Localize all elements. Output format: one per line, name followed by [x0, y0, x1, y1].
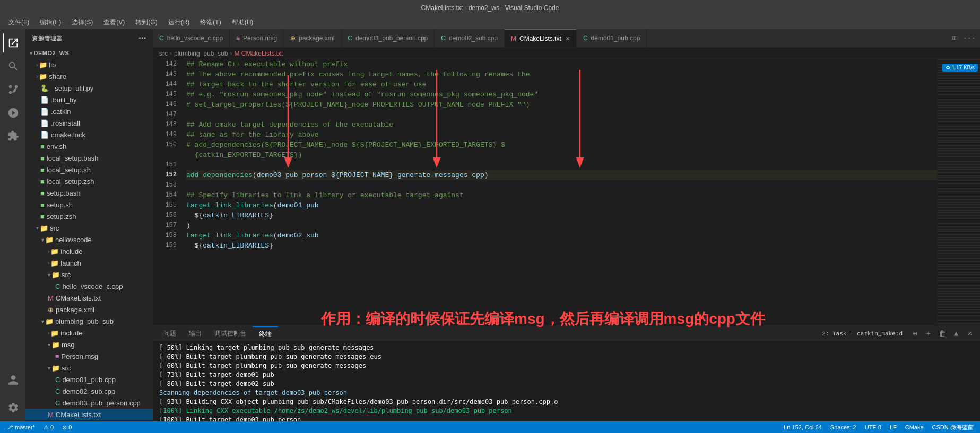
tree-demo03-pub-person-cpp[interactable]: C demo03_pub_person.cpp — [25, 397, 153, 409]
tree-setup-zsh[interactable]: ■ setup.zsh — [25, 210, 153, 222]
tree-setup-sh[interactable]: ■ setup.sh — [25, 199, 153, 210]
panel-tab-terminal[interactable]: 终端 — [253, 326, 278, 341]
terminal-line-linking: [100%] Linking CXX executable /home/zs/d… — [159, 407, 974, 416]
minimap[interactable]: ♻ 1.17 KB/s — [938, 59, 980, 326]
panel-tab-debug[interactable]: 调试控制台 — [208, 326, 253, 341]
status-cursor[interactable]: Ln 152, Col 64 — [782, 423, 824, 431]
code-line-149: ## same as for the library above — [186, 130, 938, 140]
tab-demo02[interactable]: C demo02_sub.cpp — [435, 29, 505, 47]
breadcrumb-cmake[interactable]: M CMakeLists.txt — [234, 50, 283, 57]
menu-help[interactable]: 帮助(H) — [228, 17, 258, 28]
terminal-line-2: [ 60%] Built target plumbing_pub_sub_gen… — [159, 352, 974, 361]
tab-cmake-close-icon[interactable]: × — [566, 34, 570, 43]
breadcrumb-src[interactable]: src — [159, 50, 168, 57]
menu-run[interactable]: 运行(R) — [164, 17, 194, 28]
code-line-146: # set_target_properties(${PROJECT_NAME}_… — [186, 100, 938, 110]
tree-setup-util[interactable]: 🐍 _setup_util.py — [25, 82, 153, 94]
status-spaces[interactable]: Spaces: 2 — [828, 423, 858, 431]
tree-local-setup-sh[interactable]: ■ local_setup.sh — [25, 164, 153, 175]
status-csdn: CSDN @海蓝菌 — [930, 423, 976, 431]
activity-extensions-icon[interactable] — [3, 127, 22, 146]
tree-demo02-sub-cpp[interactable]: C demo02_sub.cpp — [25, 385, 153, 397]
tab-demo03[interactable]: C demo03_pub_person.cpp — [342, 29, 435, 47]
tree-cmake-active[interactable]: M CMakeLists.txt — [25, 409, 153, 420]
code-line-154: ## Specify libraries to link a library o… — [186, 190, 938, 200]
menu-edit[interactable]: 编辑(E) — [36, 17, 65, 28]
tab-hello-vscode[interactable]: C hello_vscode_c.cpp — [153, 29, 230, 47]
breadcrumb-plumbing[interactable]: plumbing_pub_sub — [174, 50, 228, 57]
tree-catkin[interactable]: 📄 .catkin — [25, 105, 153, 117]
code-line-145: ## e.g. "rosrun someones_pkg node" inste… — [186, 90, 938, 100]
tree-cmake-lock[interactable]: 📄 cmake.lock — [25, 129, 153, 140]
menu-view[interactable]: 查看(V) — [99, 17, 129, 28]
tree-demo01-pub-cpp[interactable]: C demo01_pub.cpp — [25, 374, 153, 385]
code-editor-wrapper: 142 143 144 145 146 147 148 149 150 · 15… — [153, 59, 980, 326]
status-eol[interactable]: LF — [888, 423, 899, 431]
terminal-trash-btn[interactable]: 🗑 — [936, 328, 948, 340]
tab-end-buttons: ⊞ ··· — [948, 29, 980, 47]
tree-person-msg[interactable]: ≡ Person.msg — [25, 350, 153, 362]
terminal-line-building: [ 93%] Building CXX object plumbing_pub_… — [159, 397, 974, 407]
tree-setup-bash[interactable]: ■ setup.bash — [25, 187, 153, 199]
tree-msg-folder[interactable]: ▾ 📁 msg — [25, 339, 153, 350]
code-line-148: ## Add cmake target dependencies of the … — [186, 120, 938, 130]
menu-file[interactable]: 文件(F) — [4, 17, 33, 28]
terminal-line-3: [ 60%] Built target plumbing_pub_sub_gen… — [159, 361, 974, 370]
activity-account-icon[interactable] — [3, 370, 22, 390]
panel-tab-problems[interactable]: 问题 — [157, 326, 183, 341]
status-errors[interactable]: ⊗ 0 — [60, 424, 74, 431]
panel-tab-output[interactable]: 输出 — [183, 326, 208, 341]
status-warnings[interactable]: ⚠ 0 — [41, 424, 56, 431]
split-editor-button[interactable]: ⊞ — [948, 32, 961, 45]
tab-cmake-active[interactable]: M CMakeLists.txt × — [505, 29, 577, 47]
sidebar-more-icon[interactable]: ··· — [138, 33, 146, 43]
tree-plumbing[interactable]: ▾ 📁 plumbing_pub_sub — [25, 315, 153, 327]
tree-local-setup-zsh[interactable]: ■ local_setup.zsh — [25, 175, 153, 187]
terminal-maximize-btn[interactable]: ▲ — [950, 328, 962, 340]
code-line-142: ## Rename C++ executable without prefix — [186, 59, 938, 69]
terminal-split-btn[interactable]: ⊞ — [909, 328, 921, 340]
tree-src-root[interactable]: ▾ 📁 src — [25, 222, 153, 234]
tree-hellovscode-src[interactable]: ▾ 📁 src — [25, 269, 153, 280]
menu-terminal[interactable]: 终端(T) — [196, 17, 225, 28]
menu-goto[interactable]: 转到(G) — [131, 17, 161, 28]
status-branch[interactable]: ⎇ master* — [4, 424, 37, 431]
tab-bar: C hello_vscode_c.cpp ≡ Person.msg ⊕ pack… — [153, 29, 980, 48]
code-line-150: # add_dependencies(${PROJECT_NAME}_node … — [186, 140, 938, 150]
code-line-151 — [186, 160, 938, 170]
tree-plumbing-src[interactable]: ▾ 📁 src — [25, 362, 153, 374]
title-text: CMakeLists.txt - demo2_ws - Visual Studi… — [421, 4, 559, 12]
tree-env-sh[interactable]: ■ env.sh — [25, 140, 153, 152]
tab-demo01[interactable]: C demo01_pub.cpp — [577, 29, 647, 47]
terminal-add-btn[interactable]: + — [923, 328, 934, 340]
more-actions-button[interactable]: ··· — [963, 32, 976, 45]
tree-hellovscode-launch[interactable]: › 📁 launch — [25, 257, 153, 269]
tree-share[interactable]: › 📁 share — [25, 70, 153, 82]
tab-person-msg[interactable]: ≡ Person.msg — [230, 29, 284, 47]
activity-settings-icon[interactable] — [3, 398, 22, 417]
code-line-152: add_dependencies(demo03_pub_person ${PRO… — [186, 170, 938, 180]
tree-built-by[interactable]: 📄 .built_by — [25, 94, 153, 105]
tree-hellovscode-include[interactable]: › 📁 include — [25, 245, 153, 257]
tree-lib[interactable]: › 📁 lib — [25, 59, 153, 70]
tree-root[interactable]: ▾ DEMO2_WS — [25, 47, 153, 59]
tab-package-xml[interactable]: ⊕ package.xml — [284, 29, 341, 47]
tree-local-setup-bash[interactable]: ■ local_setup.bash — [25, 152, 153, 164]
activity-debug-icon[interactable] — [3, 103, 22, 122]
tree-rosinstall[interactable]: 📄 .rosinstall — [25, 117, 153, 129]
activity-explorer-icon[interactable] — [3, 33, 22, 52]
tree-plumbing-include[interactable]: › 📁 include — [25, 327, 153, 339]
code-content[interactable]: ## Rename C++ executable without prefix … — [182, 59, 938, 326]
tree-hello-vscode-cpp[interactable]: C hello_vscode_c.cpp — [25, 280, 153, 292]
activity-search-icon[interactable] — [3, 57, 22, 76]
tree-hellovscode[interactable]: ▾ 📁 hellovscode — [25, 234, 153, 245]
menu-select[interactable]: 选择(S) — [67, 17, 97, 28]
terminal-close-btn[interactable]: × — [964, 328, 976, 340]
status-language[interactable]: CMake — [903, 423, 926, 431]
status-encoding[interactable]: UTF-8 — [863, 423, 883, 431]
terminal-content[interactable]: [ 50%] Linking target plumbing_pub_sub_g… — [153, 341, 980, 421]
code-line-147 — [186, 110, 938, 120]
activity-git-icon[interactable] — [3, 80, 22, 99]
tree-hellovscode-pkg[interactable]: ⊕ package.xml — [25, 304, 153, 315]
tree-hellovscode-cmake[interactable]: M CMakeLists.txt — [25, 292, 153, 304]
